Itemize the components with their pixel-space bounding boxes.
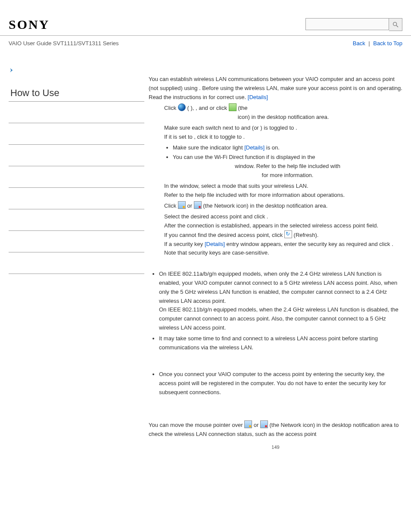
details-link[interactable]: [Details] [205, 241, 225, 247]
main-content: You can establish wireless LAN communica… [144, 67, 402, 451]
text: If you cannot find the desired access po… [164, 232, 284, 238]
search-input[interactable] [305, 18, 389, 30]
logo: SONY [9, 17, 50, 32]
text: or [254, 422, 260, 428]
note-item: On IEEE 802.11a/b/g/n equipped models, w… [159, 270, 402, 333]
start-orb-icon [178, 103, 186, 111]
text: Make sure each switch next to [164, 124, 241, 131]
text: Read the instructions in [149, 94, 209, 100]
text: for more information. [262, 172, 314, 178]
svg-point-0 [393, 22, 397, 26]
refresh-icon [284, 230, 292, 238]
text: On IEEE 802.11a/b/g/n equipped models, w… [159, 271, 397, 304]
text: for correct use. [209, 94, 247, 100]
text: . [267, 213, 268, 220]
text: ) is toggled to [260, 124, 296, 131]
text: or [187, 202, 193, 209]
text: . Before using the wireless LAN, make su… [199, 85, 402, 91]
sidebar-row[interactable] [9, 231, 144, 252]
sidebar: How to Use [9, 67, 144, 451]
text: window, select a mode that suits your wi… [180, 183, 308, 189]
page-number: 149 [149, 444, 402, 451]
search-icon [392, 21, 399, 28]
text: window. Refer to the help file included … [235, 163, 340, 169]
text: ), [190, 105, 196, 111]
text: (the Network icon) in the desktop notifi… [203, 202, 327, 209]
guide-title: VAIO User Guide SVT1111/SVT1311 Series [9, 40, 119, 47]
smartconnect-icon [229, 103, 237, 111]
sidebar-row[interactable] [9, 188, 144, 209]
text: or click [209, 105, 228, 111]
text: In the [164, 183, 180, 189]
text: Make sure the [173, 144, 210, 151]
text: You can use the Wi-Fi Direct function if [173, 154, 271, 160]
sidebar-row[interactable] [9, 166, 144, 188]
text: ( [187, 105, 189, 111]
back-to-top-link[interactable]: Back to Top [373, 40, 402, 47]
text: If it is set to [164, 134, 194, 140]
chevron-icon [9, 67, 144, 75]
text: . [243, 134, 245, 140]
note-item: Once you connect your VAIO computer to t… [159, 370, 402, 397]
text: Click [164, 202, 178, 209]
sidebar-row[interactable] [9, 252, 144, 274]
text: Refer to the help file included with [164, 192, 250, 198]
sidebar-row[interactable] [9, 145, 144, 166]
text: indicator light [210, 144, 244, 151]
search-container [305, 18, 402, 31]
sidebar-title: How to Use [9, 87, 144, 99]
network-icon [244, 420, 252, 428]
text: On IEEE 802.11b/g/n equipped models, whe… [159, 306, 399, 331]
text: , click it to toggle to [194, 134, 243, 140]
network-disconnected-icon [194, 201, 202, 209]
list-item: You can use the Wi-Fi Direct function if… [173, 153, 402, 180]
search-button[interactable] [389, 18, 402, 31]
text: You can move the mouse pointer over [149, 422, 244, 428]
separator: | [368, 40, 370, 47]
text: After the connection is established, [164, 222, 252, 229]
text: (or [252, 124, 261, 131]
text: for more information about operations. [250, 192, 345, 198]
text: . [296, 124, 297, 131]
text: is on. [266, 144, 280, 151]
text: is displayed in the [271, 154, 315, 160]
text: entry window appears, enter the security… [227, 241, 392, 247]
text: and [241, 124, 252, 131]
sidebar-row[interactable] [9, 101, 144, 123]
network-icon [178, 201, 186, 209]
text: appears in the selected wireless access … [252, 222, 378, 229]
nav-links: Back | Back to Top [353, 40, 402, 47]
back-link[interactable]: Back [353, 40, 365, 47]
note-item: It may take some time to find and connec… [159, 334, 402, 352]
details-link[interactable]: [Details] [248, 94, 268, 100]
text: (Refresh). [294, 232, 319, 238]
svg-line-1 [396, 25, 398, 27]
text: If a security key [164, 241, 205, 247]
list-item: Make sure the indicator light [Details] … [173, 143, 402, 152]
text: Click [164, 105, 178, 111]
text: Select the desired access point and clic… [164, 213, 267, 220]
sidebar-row[interactable] [9, 123, 144, 145]
network-disconnected-icon [260, 420, 268, 428]
details-link[interactable]: [Details] [244, 144, 265, 151]
text: , and [196, 105, 210, 111]
text: icon) in the desktop notification area. [238, 114, 329, 120]
text: Once you connect your VAIO computer to t… [159, 371, 386, 395]
sidebar-row[interactable] [9, 209, 144, 231]
text: (the [238, 105, 247, 111]
text: It may take some time to find and connec… [159, 335, 378, 351]
